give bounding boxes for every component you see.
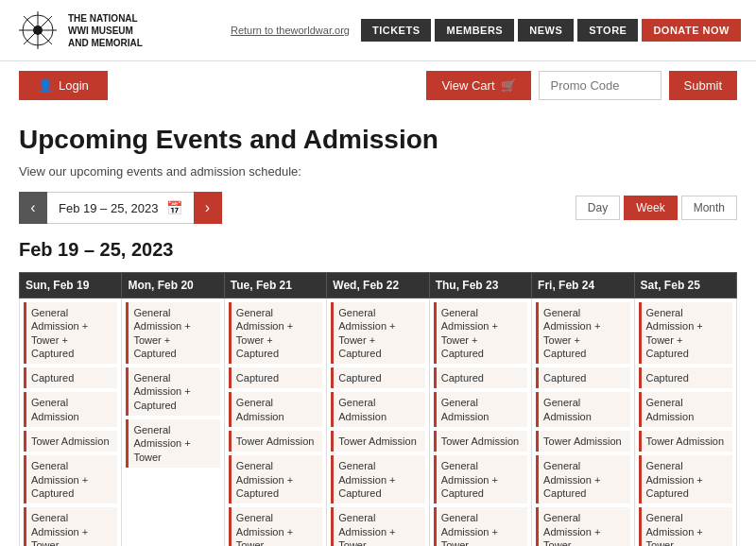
page-title: Upcoming Events and Admission (19, 125, 737, 155)
list-item[interactable]: Captured (536, 367, 629, 388)
list-item[interactable]: General Admission + Tower (434, 507, 527, 546)
action-bar-right: View Cart 🛒 Submit (426, 71, 737, 100)
col-mon: Mon, Feb 20 (122, 273, 224, 299)
list-item[interactable]: General Admission + Captured (229, 455, 322, 503)
cell-tue: General Admission + Tower + Captured Cap… (224, 299, 326, 547)
col-thu: Thu, Feb 23 (429, 273, 531, 299)
list-item[interactable]: Tower Admission (229, 431, 322, 452)
list-item[interactable]: General Admission + Tower (331, 507, 424, 546)
list-item[interactable]: Tower Admission (24, 431, 117, 452)
cell-sat: General Admission + Tower + Captured Cap… (634, 299, 736, 547)
week-heading: Feb 19 – 25, 2023 (19, 239, 737, 261)
col-wed: Wed, Feb 22 (327, 273, 429, 299)
list-item[interactable]: General Admission + Captured (536, 455, 629, 503)
list-item[interactable]: General Admission (639, 392, 732, 427)
logo-area: THE NATIONAL WWI MUSEUM AND MEMORIAL (15, 8, 143, 53)
store-button[interactable]: STORE (577, 19, 638, 42)
list-item[interactable]: General Admission + Tower + Captured (24, 302, 117, 364)
calendar-table: Sun, Feb 19 Mon, Feb 20 Tue, Feb 21 Wed,… (19, 272, 737, 546)
list-item[interactable]: General Admission + Captured (126, 367, 219, 416)
user-icon: 👤 (38, 78, 53, 93)
list-item[interactable]: Captured (229, 367, 322, 388)
list-item[interactable]: Captured (639, 367, 732, 388)
list-item[interactable]: General Admission (536, 392, 629, 427)
col-sat: Sat, Feb 25 (634, 273, 736, 299)
cell-fri: General Admission + Tower + Captured Cap… (532, 299, 634, 547)
list-item[interactable]: General Admission + Tower (639, 507, 732, 546)
month-view-button[interactable]: Month (681, 196, 737, 220)
list-item[interactable]: General Admission + Tower + Captured (331, 302, 424, 364)
list-item[interactable]: General Admission + Captured (639, 455, 732, 503)
cell-mon: General Admission + Tower + Captured Gen… (122, 299, 224, 547)
subtitle: View our upcoming events and admission s… (19, 164, 737, 179)
cell-sun: General Admission + Tower + Captured Cap… (20, 299, 122, 547)
col-tue: Tue, Feb 21 (224, 273, 326, 299)
list-item[interactable]: General Admission + Tower + Captured (639, 302, 732, 364)
promo-input[interactable] (539, 71, 662, 100)
view-cart-label: View Cart (441, 78, 494, 93)
col-fri: Fri, Feb 24 (532, 273, 634, 299)
return-link[interactable]: Return to theworldwar.org (231, 25, 350, 36)
list-item[interactable]: Captured (434, 367, 527, 388)
list-item[interactable]: Captured (24, 367, 117, 388)
login-label: Login (59, 78, 89, 93)
cell-wed: General Admission + Tower + Captured Cap… (327, 299, 429, 547)
logo-text: THE NATIONAL WWI MUSEUM AND MEMORIAL (68, 12, 143, 49)
list-item[interactable]: Tower Admission (639, 431, 732, 452)
list-item[interactable]: General Admission + Tower + Captured (536, 302, 629, 364)
top-nav: THE NATIONAL WWI MUSEUM AND MEMORIAL Ret… (0, 0, 756, 61)
calendar-row-1: General Admission + Tower + Captured Cap… (20, 299, 737, 547)
list-item[interactable]: General Admission + Tower + Captured (229, 302, 322, 364)
date-nav: ‹ Feb 19 – 25, 2023 📅 › Day Week Month (19, 192, 737, 224)
list-item[interactable]: General Admission + Captured (24, 455, 117, 503)
logo-emblem (15, 8, 60, 53)
list-item[interactable]: Captured (331, 367, 424, 388)
list-item[interactable]: General Admission + Tower (229, 507, 322, 546)
list-item[interactable]: Tower Admission (536, 431, 629, 452)
view-cart-button[interactable]: View Cart 🛒 (426, 71, 530, 100)
calendar-icon-button[interactable]: 📅 (166, 200, 182, 215)
next-week-button[interactable]: › (194, 192, 222, 224)
main-content: Upcoming Events and Admission View our u… (0, 110, 756, 546)
donate-button[interactable]: DONATE NOW (642, 19, 741, 42)
view-toggle: Day Week Month (576, 196, 737, 220)
list-item[interactable]: General Admission + Tower (24, 507, 117, 546)
svg-point-5 (33, 26, 43, 35)
day-view-button[interactable]: Day (576, 196, 620, 220)
week-view-button[interactable]: Week (624, 196, 677, 220)
cell-thu: General Admission + Tower + Captured Cap… (429, 299, 531, 547)
col-sun: Sun, Feb 19 (20, 273, 122, 299)
date-range-display: Feb 19 – 25, 2023 📅 (47, 192, 194, 224)
list-item[interactable]: General Admission + Tower (126, 419, 219, 468)
list-item[interactable]: General Admission + Tower (536, 507, 629, 546)
submit-button[interactable]: Submit (669, 71, 737, 100)
date-range-text: Feb 19 – 25, 2023 (59, 201, 159, 215)
cart-icon: 🛒 (501, 78, 516, 93)
list-item[interactable]: General Admission + Tower + Captured (126, 302, 219, 364)
list-item[interactable]: General Admission + Tower + Captured (434, 302, 527, 364)
news-button[interactable]: NEWS (518, 19, 574, 42)
prev-week-button[interactable]: ‹ (19, 192, 47, 224)
list-item[interactable]: Tower Admission (331, 431, 424, 452)
calendar-header-row: Sun, Feb 19 Mon, Feb 20 Tue, Feb 21 Wed,… (20, 273, 737, 299)
list-item[interactable]: Tower Admission (434, 431, 527, 452)
list-item[interactable]: General Admission (24, 392, 117, 427)
list-item[interactable]: General Admission (331, 392, 424, 427)
list-item[interactable]: General Admission (434, 392, 527, 427)
members-button[interactable]: MEMBERS (435, 19, 514, 42)
top-nav-right: Return to theworldwar.org TICKETS MEMBER… (231, 19, 741, 42)
list-item[interactable]: General Admission + Captured (331, 455, 424, 503)
tickets-button[interactable]: TICKETS (361, 19, 432, 42)
login-button[interactable]: 👤 Login (19, 71, 108, 100)
list-item[interactable]: General Admission + Captured (434, 455, 527, 503)
action-bar: 👤 Login View Cart 🛒 Submit (0, 61, 756, 110)
date-nav-left: ‹ Feb 19 – 25, 2023 📅 › (19, 192, 222, 224)
list-item[interactable]: General Admission (229, 392, 322, 427)
